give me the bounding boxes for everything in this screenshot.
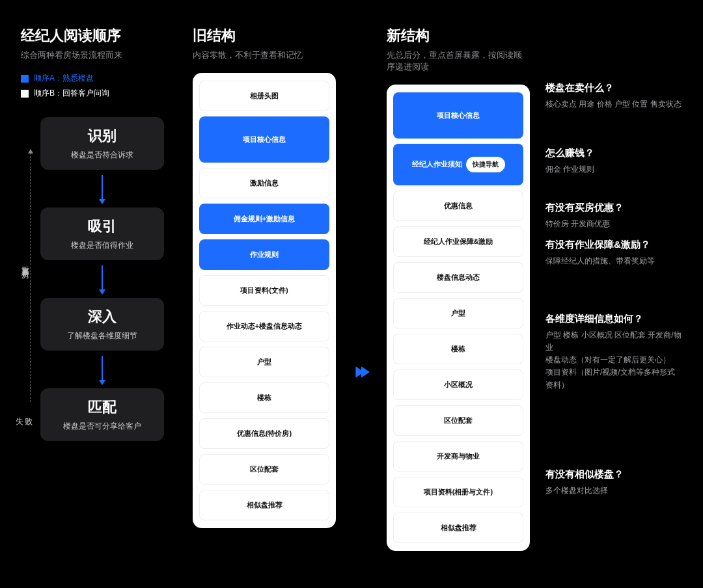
question-block: 有没有作业保障&激励？保障经纪人的措施、带看奖励等 bbox=[545, 239, 682, 267]
node-title: 匹配 bbox=[47, 397, 158, 417]
old-card: 项目核心信息 bbox=[199, 116, 329, 163]
old-card: 激励信息 bbox=[199, 168, 329, 198]
new-card-nav: 经纪人作业须知快捷导航 bbox=[393, 144, 523, 185]
new-card: 相似盘推荐 bbox=[393, 513, 523, 543]
old-card: 区位配套 bbox=[199, 454, 329, 485]
flow-node-attract: 吸引 楼盘是否值得作业 bbox=[40, 207, 164, 260]
old-subtitle: 内容零散，不利于查看和记忆 bbox=[193, 49, 336, 61]
flow-subtitle: 综合两种看房场景流程而来 bbox=[21, 49, 177, 61]
legend-label-a: 顺序A：熟悉楼盘 bbox=[34, 73, 94, 84]
old-card: 作业规则 bbox=[199, 239, 329, 270]
flow-node-deepdive: 深入 了解楼盘各维度细节 bbox=[40, 298, 164, 351]
old-title: 旧结构 bbox=[193, 26, 336, 46]
new-card-label: 经纪人作业须知 bbox=[412, 159, 462, 169]
new-card: 项目核心信息 bbox=[393, 92, 523, 139]
node-title: 深入 bbox=[47, 307, 158, 327]
question-desc: 佣金 作业规则 bbox=[545, 163, 682, 176]
legend-swatch-white bbox=[21, 90, 29, 98]
node-desc: 楼盘是否符合诉求 bbox=[47, 150, 158, 161]
old-card: 户型 bbox=[199, 347, 329, 377]
new-card: 优惠信息 bbox=[393, 191, 523, 221]
old-card: 项目资料(文件) bbox=[199, 275, 329, 306]
flow-title: 经纪人阅读顺序 bbox=[21, 26, 177, 46]
quick-nav-pill: 快捷导航 bbox=[466, 157, 505, 172]
node-desc: 楼盘是否可分享给客户 bbox=[47, 421, 158, 432]
legend-item-b: 顺序B：回答客户问询 bbox=[21, 88, 177, 99]
old-card: 作业动态+楼盘信息动态 bbox=[199, 311, 329, 341]
question-block: 怎么赚钱？佣金 作业规则 bbox=[545, 147, 682, 176]
question-block: 楼盘在卖什么？核心卖点 用途 价格 户型 位置 售卖状态 bbox=[545, 82, 682, 111]
question-block: 各维度详细信息如何？户型 楼栋 小区概况 区位配套 开发商/物业楼盘动态（对有一… bbox=[545, 313, 682, 392]
arrow-down-icon bbox=[102, 356, 103, 384]
node-desc: 楼盘是否值得作业 bbox=[47, 240, 158, 251]
question-title: 有没有作业保障&激励？ bbox=[545, 239, 682, 251]
arrow-down-icon bbox=[102, 265, 103, 294]
legend-swatch-blue bbox=[21, 75, 29, 83]
question-desc: 户型 楼栋 小区概况 区位配套 开发商/物业楼盘动态（对有一定了解后更关心）项目… bbox=[545, 329, 682, 392]
new-card: 小区概况 bbox=[393, 369, 523, 400]
transform-arrow-icon bbox=[352, 182, 371, 562]
node-desc: 了解楼盘各维度细节 bbox=[47, 330, 158, 341]
node-title: 识别 bbox=[47, 126, 158, 146]
question-title: 有没有相似楼盘？ bbox=[545, 468, 682, 481]
node-title: 吸引 bbox=[47, 217, 158, 236]
flow-nodes: 重新看房 失败 识别 楼盘是否符合诉求 吸引 楼盘是否值得作业 深入 了解楼盘各… bbox=[21, 117, 177, 441]
new-title: 新结构 bbox=[387, 26, 530, 46]
flow-node-match: 匹配 楼盘是否可分享给客户 bbox=[40, 388, 164, 441]
new-card: 户型 bbox=[393, 298, 523, 328]
question-desc: 保障经纪人的措施、带看奖励等 bbox=[545, 255, 682, 267]
new-card: 楼栋 bbox=[393, 334, 523, 364]
arrow-down-icon bbox=[102, 175, 103, 204]
column-old-structure: 旧结构 内容零散，不利于查看和记忆 相册头图项目核心信息激励信息佣金规则+激励信… bbox=[193, 26, 336, 562]
old-card: 优惠信息(特价房) bbox=[199, 418, 329, 449]
new-card: 项目资料(相册与文件) bbox=[393, 477, 523, 507]
new-panel: 项目核心信息经纪人作业须知快捷导航优惠信息经纪人作业保障&激励楼盘信息动态户型楼… bbox=[387, 85, 530, 551]
old-card: 楼栋 bbox=[199, 382, 329, 413]
diagram-root: 经纪人阅读顺序 综合两种看房场景流程而来 顺序A：熟悉楼盘 顺序B：回答客户问询… bbox=[21, 26, 682, 562]
old-panel: 相册头图项目核心信息激励信息佣金规则+激励信息作业规则项目资料(文件)作业动态+… bbox=[193, 73, 336, 528]
question-block: 有没有买房优惠？特价房 开发商优惠 bbox=[545, 202, 682, 230]
old-card: 相似盘推荐 bbox=[199, 490, 329, 520]
question-desc: 特价房 开发商优惠 bbox=[545, 218, 682, 230]
legend-item-a: 顺序A：熟悉楼盘 bbox=[21, 73, 177, 84]
new-card: 开发商与物业 bbox=[393, 441, 523, 472]
question-title: 各维度详细信息如何？ bbox=[545, 313, 682, 325]
column-reading-flow: 经纪人阅读顺序 综合两种看房场景流程而来 顺序A：熟悉楼盘 顺序B：回答客户问询… bbox=[21, 26, 177, 562]
question-title: 怎么赚钱？ bbox=[545, 147, 682, 159]
dashed-return-line bbox=[30, 150, 31, 402]
column-questions: 楼盘在卖什么？核心卖点 用途 价格 户型 位置 售卖状态怎么赚钱？佣金 作业规则… bbox=[545, 26, 682, 562]
new-card: 经纪人作业保障&激励 bbox=[393, 226, 523, 257]
new-card: 区位配套 bbox=[393, 405, 523, 436]
question-desc: 核心卖点 用途 价格 户型 位置 售卖状态 bbox=[545, 98, 682, 111]
flow-node-identify: 识别 楼盘是否符合诉求 bbox=[40, 117, 164, 170]
side-label-revisit: 重新看房 bbox=[20, 260, 31, 265]
column-new-structure: 新结构 先总后分，重点首屏暴露，按阅读顺序递进阅读 项目核心信息经纪人作业须知快… bbox=[387, 26, 530, 562]
new-subtitle: 先总后分，重点首屏暴露，按阅读顺序递进阅读 bbox=[387, 49, 530, 73]
old-card: 佣金规则+激励信息 bbox=[199, 204, 329, 234]
new-card: 楼盘信息动态 bbox=[393, 262, 523, 293]
side-label-fail: 失败 bbox=[16, 416, 34, 427]
legend: 顺序A：熟悉楼盘 顺序B：回答客户问询 bbox=[21, 73, 177, 99]
question-block: 有没有相似楼盘？多个楼盘对比选择 bbox=[545, 468, 682, 497]
question-title: 有没有买房优惠？ bbox=[545, 202, 682, 214]
question-title: 楼盘在卖什么？ bbox=[545, 82, 682, 94]
legend-label-b: 顺序B：回答客户问询 bbox=[34, 88, 109, 99]
question-desc: 多个楼盘对比选择 bbox=[545, 485, 682, 497]
old-card: 相册头图 bbox=[199, 81, 329, 111]
